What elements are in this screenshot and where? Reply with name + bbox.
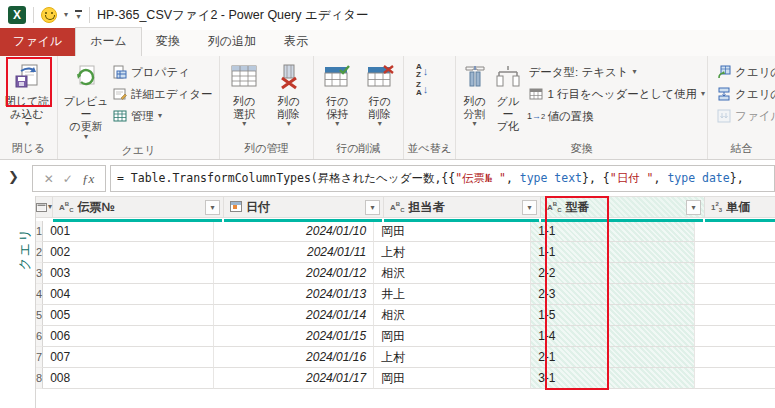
filter-button[interactable]: ▾ bbox=[686, 200, 701, 215]
cell[interactable]: 2024/01/15 bbox=[214, 326, 374, 347]
close-and-load-button[interactable]: 閉じて読 み込む ▾ bbox=[2, 59, 52, 128]
remove-columns-icon bbox=[276, 61, 302, 93]
cell[interactable]: 2024/01/10 bbox=[214, 221, 374, 242]
cell[interactable]: 2024/01/13 bbox=[214, 284, 374, 305]
refresh-preview-button[interactable]: プレビュー の更新 ▾ bbox=[60, 59, 112, 141]
filter-button[interactable]: ▾ bbox=[522, 200, 537, 215]
cell[interactable]: 2-3 bbox=[531, 284, 695, 305]
combine-files-button[interactable]: ファイルの結合 bbox=[716, 105, 775, 127]
formula-token: , bbox=[654, 171, 668, 185]
cell[interactable] bbox=[695, 263, 775, 284]
cell[interactable]: 1-1 bbox=[531, 221, 695, 242]
choose-columns-button[interactable]: 列の 選択 ▾ bbox=[222, 59, 267, 128]
cancel-formula-icon[interactable]: ✕ bbox=[44, 172, 54, 186]
row-number[interactable]: 1 bbox=[36, 221, 43, 242]
tab-home[interactable]: ホーム bbox=[75, 27, 142, 56]
customize-toolbar-icon[interactable]: ▾ bbox=[75, 10, 82, 21]
column-header[interactable]: ABC担当者▾ bbox=[384, 196, 541, 218]
cell[interactable]: 相沢 bbox=[374, 263, 531, 284]
cell[interactable] bbox=[695, 347, 775, 368]
column-header[interactable]: ABC伝票№▾ bbox=[53, 196, 224, 218]
tab-view[interactable]: 表示 bbox=[270, 28, 322, 56]
filter-button[interactable]: ▾ bbox=[205, 200, 220, 215]
cell[interactable]: 相沢 bbox=[374, 305, 531, 326]
remove-columns-button[interactable]: 列の 削除 ▾ bbox=[267, 59, 312, 128]
fx-icon[interactable]: ƒx bbox=[82, 171, 94, 187]
smiley-dropdown-caret-icon[interactable]: ▾ bbox=[64, 11, 68, 19]
remove-rows-button[interactable]: 行の 削除 ▾ bbox=[359, 59, 402, 128]
row-number[interactable]: 6 bbox=[36, 326, 43, 347]
tab-transform[interactable]: 変換 bbox=[142, 28, 194, 56]
row-number[interactable]: 7 bbox=[36, 347, 43, 368]
cell[interactable]: 1-4 bbox=[531, 326, 695, 347]
cell[interactable]: 001 bbox=[43, 221, 214, 242]
cell[interactable]: 003 bbox=[43, 263, 214, 284]
cell[interactable]: 008 bbox=[43, 368, 214, 389]
cell[interactable] bbox=[695, 368, 775, 389]
data-type-button[interactable]: データ型: テキスト ▾ bbox=[529, 61, 706, 83]
cell[interactable]: 上村 bbox=[374, 242, 531, 263]
cell[interactable]: 1-5 bbox=[531, 305, 695, 326]
cell[interactable]: 2-2 bbox=[531, 263, 695, 284]
split-column-label: 列の 分割 bbox=[463, 95, 485, 120]
cell[interactable]: 2024/01/14 bbox=[214, 305, 374, 326]
commit-formula-icon[interactable]: ✓ bbox=[63, 172, 73, 186]
cell[interactable] bbox=[695, 242, 775, 263]
cell[interactable]: 1-1 bbox=[531, 242, 695, 263]
row-number[interactable]: 8 bbox=[36, 368, 43, 389]
cell[interactable] bbox=[695, 221, 775, 242]
filter-button[interactable]: ▾ bbox=[365, 200, 380, 215]
manage-button[interactable]: 管理 ▾ bbox=[112, 105, 213, 127]
row-number[interactable]: 3 bbox=[36, 263, 43, 284]
split-column-button[interactable]: 列の 分割 ▾ bbox=[458, 59, 491, 128]
queries-pane-collapsed[interactable]: クエリ bbox=[0, 196, 36, 408]
cell[interactable]: 上村 bbox=[374, 347, 531, 368]
merge-queries-button[interactable]: クエリのマージ bbox=[716, 61, 775, 83]
group-by-button[interactable]: グルー プ化 bbox=[491, 59, 524, 133]
keep-rows-button[interactable]: 行の 保持 ▾ bbox=[316, 59, 359, 128]
cell[interactable] bbox=[695, 326, 775, 347]
ribbon-group-combine: クエリのマージ クエリの追加 ファイルの結合 結合 bbox=[708, 56, 775, 159]
cell[interactable]: 2024/01/12 bbox=[214, 263, 374, 284]
row-number[interactable]: 5 bbox=[36, 305, 43, 326]
date-type-icon bbox=[230, 201, 242, 214]
cell[interactable]: 002 bbox=[43, 242, 214, 263]
replace-values-button[interactable]: 1→2 値の置換 bbox=[529, 105, 706, 127]
cell[interactable]: 3-1 bbox=[531, 368, 695, 389]
cell[interactable]: 005 bbox=[43, 305, 214, 326]
cell[interactable]: 岡田 bbox=[374, 326, 531, 347]
dropdown-caret-icon: ▾ bbox=[378, 120, 382, 128]
cell[interactable]: 2024/01/11 bbox=[214, 242, 374, 263]
tab-add-column[interactable]: 列の追加 bbox=[194, 28, 270, 56]
cell[interactable]: 岡田 bbox=[374, 221, 531, 242]
group-label-transform: 変換 bbox=[458, 139, 705, 159]
feedback-smiley-icon[interactable] bbox=[41, 7, 57, 23]
properties-button[interactable]: プロパティ bbox=[112, 61, 213, 83]
tab-file[interactable]: ファイル bbox=[0, 28, 75, 56]
cell[interactable]: 2-1 bbox=[531, 347, 695, 368]
cell[interactable] bbox=[695, 284, 775, 305]
cell[interactable]: 006 bbox=[43, 326, 214, 347]
cell[interactable]: 004 bbox=[43, 284, 214, 305]
sort-descending-button[interactable]: ZA ↓ bbox=[416, 81, 428, 97]
remove-rows-label: 行の 削除 bbox=[369, 95, 391, 120]
column-header[interactable]: ABC型番▾ bbox=[541, 196, 705, 218]
formula-input[interactable]: = Table.TransformColumnTypes(昇格されたヘッダー数,… bbox=[110, 165, 775, 192]
advanced-editor-button[interactable]: 詳細エディター bbox=[112, 83, 213, 105]
expand-queries-pane-chevron-icon[interactable]: ❯ bbox=[8, 169, 19, 184]
table-corner-menu[interactable]: ▾ bbox=[36, 196, 53, 218]
cell[interactable]: 007 bbox=[43, 347, 214, 368]
sort-ascending-button[interactable]: AZ ↓ bbox=[416, 63, 428, 79]
cell[interactable]: 2024/01/16 bbox=[214, 347, 374, 368]
cell[interactable]: 2024/01/17 bbox=[214, 368, 374, 389]
cell[interactable]: 井上 bbox=[374, 284, 531, 305]
column-header[interactable]: 日付▾ bbox=[224, 196, 384, 218]
row-number[interactable]: 2 bbox=[36, 242, 43, 263]
column-header[interactable]: 123単価▾ bbox=[705, 196, 775, 218]
row-number[interactable]: 4 bbox=[36, 284, 43, 305]
cell[interactable]: 岡田 bbox=[374, 368, 531, 389]
use-first-row-button[interactable]: 1 行目をヘッダーとして使用 ▾ bbox=[529, 83, 706, 105]
cell[interactable] bbox=[695, 305, 775, 326]
append-queries-button[interactable]: クエリの追加 bbox=[716, 83, 775, 105]
dropdown-caret-icon: ▾ bbox=[335, 120, 339, 128]
